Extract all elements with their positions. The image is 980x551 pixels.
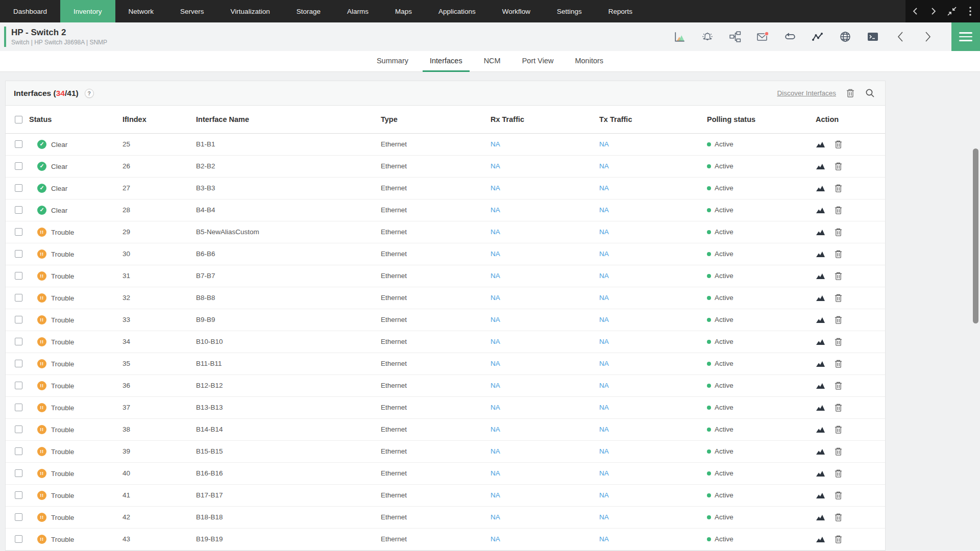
traffic-graph-icon[interactable] [816, 140, 825, 148]
row-checkbox[interactable] [15, 491, 22, 499]
search-icon[interactable] [865, 88, 875, 98]
traffic-graph-icon[interactable] [816, 382, 825, 389]
tx-traffic-link[interactable]: NA [599, 228, 609, 236]
row-checkbox[interactable] [15, 162, 22, 170]
rx-traffic-link[interactable]: NA [491, 250, 500, 258]
tx-traffic-link[interactable]: NA [599, 425, 609, 433]
tx-traffic-link[interactable]: NA [599, 294, 609, 302]
tx-traffic-link[interactable]: NA [599, 447, 609, 455]
rx-traffic-link[interactable]: NA [491, 338, 500, 345]
column-header-ifindex[interactable]: IfIndex [122, 106, 196, 133]
traffic-graph-icon[interactable] [816, 184, 825, 192]
nav-item-applications[interactable]: Applications [425, 0, 489, 22]
traffic-graph-icon[interactable] [816, 491, 825, 499]
delete-interface-icon[interactable] [834, 447, 843, 456]
row-checkbox[interactable] [15, 140, 22, 148]
nav-item-dashboard[interactable]: Dashboard [0, 0, 60, 22]
traffic-pulse-icon[interactable] [812, 31, 824, 43]
collapse-fullscreen-icon[interactable] [946, 6, 958, 17]
row-checkbox[interactable] [15, 469, 22, 477]
delete-interface-icon[interactable] [834, 535, 843, 544]
row-checkbox[interactable] [15, 513, 22, 521]
rx-traffic-link[interactable]: NA [491, 228, 500, 236]
delete-interface-icon[interactable] [834, 359, 843, 368]
rx-traffic-link[interactable]: NA [491, 184, 500, 192]
rx-traffic-link[interactable]: NA [491, 535, 500, 543]
tx-traffic-link[interactable]: NA [599, 162, 609, 170]
row-checkbox[interactable] [15, 404, 22, 411]
row-checkbox[interactable] [15, 184, 22, 192]
help-icon[interactable]: ? [85, 89, 94, 98]
traffic-graph-icon[interactable] [816, 294, 825, 302]
column-header-status[interactable]: Status [28, 106, 122, 133]
traffic-graph-icon[interactable] [816, 513, 825, 521]
rx-traffic-link[interactable]: NA [491, 162, 500, 170]
traffic-graph-icon[interactable] [816, 425, 825, 433]
rx-traffic-link[interactable]: NA [491, 447, 500, 455]
rx-traffic-link[interactable]: NA [491, 360, 500, 367]
select-all-checkbox[interactable] [15, 116, 22, 123]
nav-item-network[interactable]: Network [115, 0, 167, 22]
globe-icon[interactable] [839, 31, 851, 43]
tx-traffic-link[interactable]: NA [599, 250, 609, 258]
rx-traffic-link[interactable]: NA [491, 382, 500, 389]
nav-item-servers[interactable]: Servers [167, 0, 217, 22]
header-chevron-left-icon[interactable] [894, 31, 906, 43]
tx-traffic-link[interactable]: NA [599, 184, 609, 192]
nav-chevron-left-icon[interactable] [910, 6, 921, 17]
delete-interface-icon[interactable] [834, 249, 843, 259]
traffic-graph-icon[interactable] [816, 338, 825, 345]
rx-traffic-link[interactable]: NA [491, 404, 500, 411]
delete-interface-icon[interactable] [834, 206, 843, 215]
column-header-rx-traffic[interactable]: Rx Traffic [491, 106, 599, 133]
nav-item-maps[interactable]: Maps [382, 0, 425, 22]
rx-traffic-link[interactable]: NA [491, 513, 500, 521]
header-chevron-right-icon[interactable] [922, 31, 934, 43]
rx-traffic-link[interactable]: NA [491, 206, 500, 214]
nav-item-settings[interactable]: Settings [544, 0, 595, 22]
traffic-graph-icon[interactable] [816, 535, 825, 543]
traffic-graph-icon[interactable] [816, 206, 825, 214]
tx-traffic-link[interactable]: NA [599, 404, 609, 411]
rx-traffic-link[interactable]: NA [491, 425, 500, 433]
delete-interface-icon[interactable] [834, 162, 843, 171]
tx-traffic-link[interactable]: NA [599, 316, 609, 323]
row-checkbox[interactable] [15, 382, 22, 389]
tx-traffic-link[interactable]: NA [599, 513, 609, 521]
delete-interface-icon[interactable] [834, 381, 843, 390]
rx-traffic-link[interactable]: NA [491, 272, 500, 280]
row-checkbox[interactable] [15, 250, 22, 258]
column-header-polling-status[interactable]: Polling status [707, 106, 816, 133]
rx-traffic-link[interactable]: NA [491, 491, 500, 499]
traffic-graph-icon[interactable] [816, 360, 825, 367]
tab-port-view[interactable]: Port View [515, 51, 561, 72]
row-checkbox[interactable] [15, 338, 22, 345]
workflow-icon[interactable] [729, 31, 741, 43]
delete-interface-icon[interactable] [834, 315, 843, 324]
tx-traffic-link[interactable]: NA [599, 272, 609, 280]
link-loop-icon[interactable] [784, 31, 796, 43]
tx-traffic-link[interactable]: NA [599, 469, 609, 477]
column-header-type[interactable]: Type [381, 106, 491, 133]
row-checkbox[interactable] [15, 272, 22, 280]
kebab-menu-icon[interactable] [965, 6, 976, 17]
row-checkbox[interactable] [15, 425, 22, 433]
row-checkbox[interactable] [15, 316, 22, 323]
tx-traffic-link[interactable]: NA [599, 338, 609, 345]
tab-interfaces[interactable]: Interfaces [423, 51, 470, 72]
discover-interfaces-link[interactable]: Discover Interfaces [777, 89, 836, 97]
traffic-graph-icon[interactable] [816, 316, 825, 323]
menu-hamburger-icon[interactable] [951, 22, 980, 51]
row-checkbox[interactable] [15, 228, 22, 236]
traffic-graph-icon[interactable] [816, 447, 825, 455]
delete-interface-icon[interactable] [834, 140, 843, 149]
rx-traffic-link[interactable]: NA [491, 316, 500, 323]
column-header-tx-traffic[interactable]: Tx Traffic [599, 106, 707, 133]
alarm-bell-icon[interactable] [701, 31, 714, 43]
traffic-graph-icon[interactable] [816, 404, 825, 411]
tx-traffic-link[interactable]: NA [599, 206, 609, 214]
row-checkbox[interactable] [15, 535, 22, 543]
scrollbar-thumb[interactable] [973, 148, 978, 323]
nav-item-storage[interactable]: Storage [283, 0, 334, 22]
column-header-interface-name[interactable]: Interface Name [196, 106, 381, 133]
